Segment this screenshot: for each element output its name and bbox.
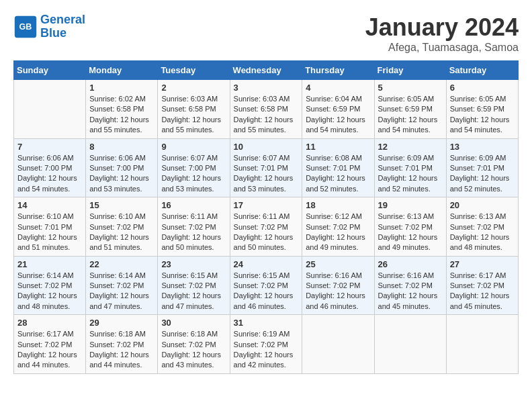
day-info: Sunrise: 6:14 AMSunset: 7:02 PMDaylight:…	[17, 271, 82, 312]
calendar-cell: 25Sunrise: 6:16 AMSunset: 7:02 PMDayligh…	[302, 256, 374, 315]
calendar-cell: 28Sunrise: 6:17 AMSunset: 7:02 PMDayligh…	[14, 315, 86, 374]
day-number: 25	[306, 259, 370, 269]
day-info: Sunrise: 6:18 AMSunset: 7:02 PMDaylight:…	[161, 329, 226, 371]
day-number: 9	[161, 142, 226, 152]
calendar-cell: 17Sunrise: 6:11 AMSunset: 7:02 PMDayligh…	[230, 197, 302, 257]
day-number: 21	[17, 259, 82, 269]
day-info: Sunrise: 6:13 AMSunset: 7:02 PMDaylight:…	[450, 212, 515, 253]
calendar-cell: 16Sunrise: 6:11 AMSunset: 7:02 PMDayligh…	[158, 197, 230, 257]
day-number: 19	[378, 200, 443, 210]
day-info: Sunrise: 6:10 AMSunset: 7:02 PMDaylight:…	[89, 212, 154, 253]
calendar-week-row: 21Sunrise: 6:14 AMSunset: 7:02 PMDayligh…	[14, 256, 519, 315]
day-info: Sunrise: 6:10 AMSunset: 7:01 PMDaylight:…	[17, 212, 82, 253]
day-info: Sunrise: 6:07 AMSunset: 7:00 PMDaylight:…	[161, 153, 226, 195]
day-info: Sunrise: 6:05 AMSunset: 6:59 PMDaylight:…	[450, 94, 515, 136]
day-number: 26	[378, 259, 443, 269]
calendar-cell: 18Sunrise: 6:12 AMSunset: 7:02 PMDayligh…	[302, 197, 374, 257]
weekday-header: Thursday	[302, 61, 374, 80]
calendar-cell	[446, 315, 518, 374]
calendar-cell: 30Sunrise: 6:18 AMSunset: 7:02 PMDayligh…	[158, 315, 230, 374]
calendar-cell	[302, 315, 374, 374]
calendar-cell: 9Sunrise: 6:07 AMSunset: 7:00 PMDaylight…	[158, 138, 230, 197]
day-info: Sunrise: 6:06 AMSunset: 7:00 PMDaylight:…	[89, 153, 154, 195]
day-info: Sunrise: 6:14 AMSunset: 7:02 PMDaylight:…	[89, 271, 154, 312]
day-number: 11	[306, 142, 370, 152]
weekday-header: Sunday	[14, 61, 86, 80]
calendar-cell: 6Sunrise: 6:05 AMSunset: 6:59 PMDaylight…	[446, 80, 518, 139]
day-number: 5	[378, 83, 443, 93]
svg-text:GB: GB	[19, 21, 32, 31]
day-info: Sunrise: 6:09 AMSunset: 7:01 PMDaylight:…	[378, 153, 443, 195]
day-info: Sunrise: 6:08 AMSunset: 7:01 PMDaylight:…	[306, 153, 370, 195]
day-info: Sunrise: 6:02 AMSunset: 6:58 PMDaylight:…	[89, 94, 154, 136]
calendar-cell: 7Sunrise: 6:06 AMSunset: 7:00 PMDaylight…	[14, 138, 86, 197]
calendar-week-row: 14Sunrise: 6:10 AMSunset: 7:01 PMDayligh…	[14, 197, 519, 257]
day-number: 28	[17, 318, 82, 328]
day-number: 2	[161, 83, 226, 93]
header: GB General Blue January 2024 Afega, Tuam…	[13, 13, 519, 54]
day-number: 15	[89, 200, 154, 210]
day-number: 10	[234, 142, 299, 152]
calendar-cell: 11Sunrise: 6:08 AMSunset: 7:01 PMDayligh…	[302, 138, 374, 197]
day-info: Sunrise: 6:05 AMSunset: 6:59 PMDaylight:…	[378, 94, 443, 136]
calendar-cell: 4Sunrise: 6:04 AMSunset: 6:59 PMDaylight…	[302, 80, 374, 139]
month-title: January 2024	[365, 13, 519, 42]
calendar-cell: 3Sunrise: 6:03 AMSunset: 6:58 PMDaylight…	[230, 80, 302, 139]
day-number: 16	[161, 200, 226, 210]
day-info: Sunrise: 6:18 AMSunset: 7:02 PMDaylight:…	[89, 329, 154, 371]
calendar-cell: 8Sunrise: 6:06 AMSunset: 7:00 PMDaylight…	[86, 138, 158, 197]
calendar-cell: 12Sunrise: 6:09 AMSunset: 7:01 PMDayligh…	[374, 138, 446, 197]
weekday-header: Wednesday	[230, 61, 302, 80]
logo-line1: General	[40, 13, 85, 26]
day-number: 23	[161, 259, 226, 269]
calendar-cell: 1Sunrise: 6:02 AMSunset: 6:58 PMDaylight…	[86, 80, 158, 139]
weekday-header: Monday	[86, 61, 158, 80]
day-number: 29	[89, 318, 154, 328]
day-info: Sunrise: 6:11 AMSunset: 7:02 PMDaylight:…	[161, 212, 226, 253]
day-info: Sunrise: 6:15 AMSunset: 7:02 PMDaylight:…	[161, 271, 226, 312]
logo-text: General Blue	[40, 13, 85, 40]
day-number: 4	[306, 83, 370, 93]
day-number: 18	[306, 200, 370, 210]
calendar-cell: 24Sunrise: 6:15 AMSunset: 7:02 PMDayligh…	[230, 256, 302, 315]
day-info: Sunrise: 6:16 AMSunset: 7:02 PMDaylight:…	[378, 271, 443, 312]
location-title: Afega, Tuamasaga, Samoa	[365, 42, 519, 54]
weekday-header: Tuesday	[158, 61, 230, 80]
day-info: Sunrise: 6:04 AMSunset: 6:59 PMDaylight:…	[306, 94, 370, 136]
day-info: Sunrise: 6:17 AMSunset: 7:02 PMDaylight:…	[450, 271, 515, 312]
weekday-header: Friday	[374, 61, 446, 80]
calendar-cell: 13Sunrise: 6:09 AMSunset: 7:01 PMDayligh…	[446, 138, 518, 197]
day-info: Sunrise: 6:03 AMSunset: 6:58 PMDaylight:…	[161, 94, 226, 136]
day-number: 1	[89, 83, 154, 93]
calendar-week-row: 7Sunrise: 6:06 AMSunset: 7:00 PMDaylight…	[14, 138, 519, 197]
day-info: Sunrise: 6:16 AMSunset: 7:02 PMDaylight:…	[306, 271, 370, 312]
day-number: 30	[161, 318, 226, 328]
day-info: Sunrise: 6:12 AMSunset: 7:02 PMDaylight:…	[306, 212, 370, 253]
day-info: Sunrise: 6:07 AMSunset: 7:01 PMDaylight:…	[234, 153, 299, 195]
calendar-table: SundayMondayTuesdayWednesdayThursdayFrid…	[13, 60, 519, 374]
day-number: 7	[17, 142, 82, 152]
day-number: 31	[234, 318, 299, 328]
calendar-cell: 20Sunrise: 6:13 AMSunset: 7:02 PMDayligh…	[446, 197, 518, 257]
logo-icon: GB	[13, 15, 38, 39]
calendar-cell: 26Sunrise: 6:16 AMSunset: 7:02 PMDayligh…	[374, 256, 446, 315]
calendar-week-row: 28Sunrise: 6:17 AMSunset: 7:02 PMDayligh…	[14, 315, 519, 374]
calendar-cell	[14, 80, 86, 139]
day-number: 8	[89, 142, 154, 152]
day-number: 20	[450, 200, 515, 210]
day-number: 13	[450, 142, 515, 152]
calendar-week-row: 1Sunrise: 6:02 AMSunset: 6:58 PMDaylight…	[14, 80, 519, 139]
calendar-cell: 5Sunrise: 6:05 AMSunset: 6:59 PMDaylight…	[374, 80, 446, 139]
day-number: 14	[17, 200, 82, 210]
day-number: 12	[378, 142, 443, 152]
calendar-cell: 31Sunrise: 6:19 AMSunset: 7:02 PMDayligh…	[230, 315, 302, 374]
logo-line2: Blue	[40, 26, 66, 40]
logo: GB General Blue	[13, 13, 85, 40]
calendar-cell: 27Sunrise: 6:17 AMSunset: 7:02 PMDayligh…	[446, 256, 518, 315]
calendar-cell: 14Sunrise: 6:10 AMSunset: 7:01 PMDayligh…	[14, 197, 86, 257]
day-info: Sunrise: 6:06 AMSunset: 7:00 PMDaylight:…	[17, 153, 82, 195]
calendar-cell: 22Sunrise: 6:14 AMSunset: 7:02 PMDayligh…	[86, 256, 158, 315]
day-info: Sunrise: 6:19 AMSunset: 7:02 PMDaylight:…	[234, 329, 299, 371]
day-number: 24	[234, 259, 299, 269]
day-number: 6	[450, 83, 515, 93]
